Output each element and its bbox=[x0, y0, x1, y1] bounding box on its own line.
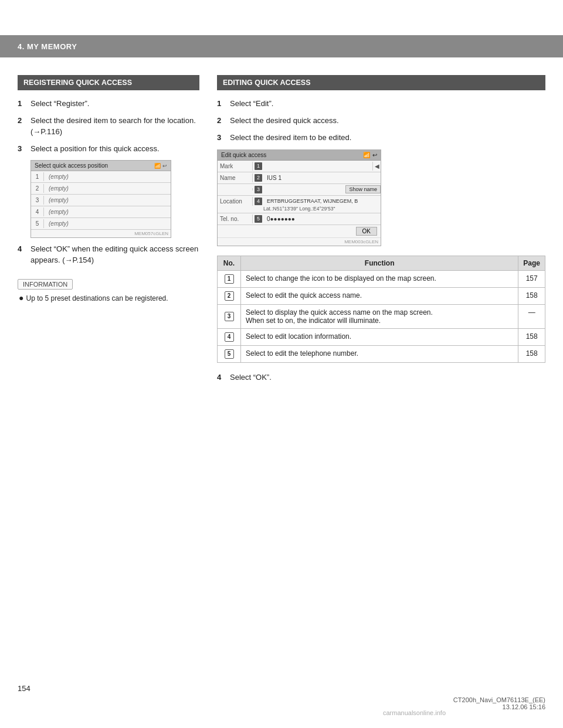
table-function-2: Select to edit the quick access name. bbox=[241, 287, 518, 304]
doc-id: CT200h_Navi_OM76113E_(EE) bbox=[453, 696, 545, 703]
right-step-4: 4 Select “OK”. bbox=[217, 372, 545, 383]
table-function-4: Select to edit location information. bbox=[241, 328, 518, 345]
table-page-4: 158 bbox=[518, 328, 545, 345]
step-text-4: Select “OK” when the editing quick acces… bbox=[30, 244, 199, 266]
watermark: carmanualsonline.info bbox=[383, 709, 446, 716]
table-no-3: 3 bbox=[218, 304, 241, 328]
page-number: 154 bbox=[18, 684, 30, 693]
screenshot-row-2: 2 (empty) bbox=[31, 183, 171, 195]
step-text-2: Select the desired item to search for th… bbox=[30, 115, 199, 138]
information-section: INFORMATION ● Up to 5 preset destination… bbox=[18, 273, 199, 304]
information-text: Up to 5 preset destinations can be regis… bbox=[26, 293, 168, 304]
step-num-2: 2 bbox=[18, 115, 30, 138]
edit-screenshot-header: Edit quick access 📶 ↩ bbox=[218, 150, 381, 161]
table-page-5: 158 bbox=[518, 345, 545, 362]
wifi-icon: 📶 bbox=[154, 163, 161, 169]
table-row-2: 2 Select to edit the quick access name. … bbox=[218, 287, 545, 304]
left-section-header: REGISTERING QUICK ACCESS bbox=[18, 75, 199, 90]
information-content: ● Up to 5 preset destinations can be reg… bbox=[19, 293, 199, 304]
screenshot-footer: MEM057cGLEN bbox=[31, 230, 171, 237]
right-step-text-4: Select “OK”. bbox=[230, 372, 545, 383]
right-step-2: 2 Select the desired quick access. bbox=[217, 115, 545, 127]
screenshot-header: Select quick access position 📶 ↩ bbox=[31, 161, 171, 171]
right-section-title: EDITING QUICK ACCESS bbox=[223, 79, 311, 87]
wifi-icon-2: 📶 bbox=[363, 152, 370, 158]
page-num-text: 154 bbox=[18, 684, 30, 693]
table-row-5: 5 Select to edit the telephone number. 1… bbox=[218, 345, 545, 362]
table-no-5: 5 bbox=[218, 345, 241, 362]
table-header-function: Function bbox=[241, 256, 518, 270]
main-content: REGISTERING QUICK ACCESS 1 Select “Regis… bbox=[0, 57, 563, 406]
quick-access-screenshot: Select quick access position 📶 ↩ 1 (empt… bbox=[30, 160, 171, 238]
edit-quick-access-screenshot: Edit quick access 📶 ↩ Mark 1 ◀ Name 2 IU… bbox=[217, 149, 381, 246]
right-step-num-1: 1 bbox=[217, 98, 230, 110]
left-column: REGISTERING QUICK ACCESS 1 Select “Regis… bbox=[18, 75, 199, 389]
table-function-1: Select to change the icon to be displaye… bbox=[241, 270, 518, 287]
edit-ok-row: OK bbox=[218, 225, 381, 237]
right-step-3: 3 Select the desired item to be edited. bbox=[217, 132, 545, 144]
screenshot-row-4: 4 (empty) bbox=[31, 206, 171, 218]
footer-info: CT200h_Navi_OM76113E_(EE) 13.12.06 15:16 bbox=[453, 696, 545, 710]
left-section-title: REGISTERING QUICK ACCESS bbox=[23, 79, 132, 87]
step-num-4: 4 bbox=[18, 244, 30, 266]
screenshot-row-5: 5 (empty) bbox=[31, 218, 171, 230]
right-step-num-2: 2 bbox=[217, 115, 230, 127]
table-function-5: Select to edit the telephone number. bbox=[241, 345, 518, 362]
screenshot-row-1: 1 (empty) bbox=[31, 171, 171, 183]
edit-row-showname: 3 Show name bbox=[218, 184, 381, 196]
right-column: EDITING QUICK ACCESS 1 Select “Edit”. 2 … bbox=[217, 75, 545, 389]
back-icon: ↩ bbox=[162, 163, 167, 169]
step-num-3: 3 bbox=[18, 144, 30, 155]
right-step-num-3: 3 bbox=[217, 132, 230, 144]
table-header-page: Page bbox=[518, 256, 545, 270]
edit-row-tel: Tel. no. 5 0●●●●●●● bbox=[218, 213, 381, 225]
table-header-no: No. bbox=[218, 256, 241, 270]
step-num-1: 1 bbox=[18, 98, 30, 110]
edit-row-location: Location 4 ERTBRUGGESTRAAT, WIJNEGEM, B … bbox=[218, 196, 381, 213]
edit-row-name: Name 2 IUS 1 bbox=[218, 172, 381, 184]
back-icon-2: ↩ bbox=[372, 152, 377, 158]
edit-row-mark: Mark 1 ◀ bbox=[218, 161, 381, 172]
function-table: No. Function Page 1 Select to change the… bbox=[217, 256, 545, 363]
right-step-text-2: Select the desired quick access. bbox=[230, 115, 545, 127]
right-step-num-4: 4 bbox=[217, 372, 230, 383]
left-step-2: 2 Select the desired item to search for … bbox=[18, 115, 199, 138]
step-text-3: Select a position for this quick access. bbox=[30, 144, 199, 155]
left-step-1: 1 Select “Register”. bbox=[18, 98, 199, 110]
doc-date: 13.12.06 15:16 bbox=[453, 703, 545, 710]
table-row-4: 4 Select to edit location information. 1… bbox=[218, 328, 545, 345]
left-step-3: 3 Select a position for this quick acces… bbox=[18, 144, 199, 155]
table-row-3: 3 Select to display the quick access nam… bbox=[218, 304, 545, 328]
location-coords: Lat.:N51°13'39" Long.:E4°29'53" bbox=[218, 206, 335, 212]
table-no-4: 4 bbox=[218, 328, 241, 345]
screenshot-icons: 📶 ↩ bbox=[154, 163, 167, 169]
header-bar: 4. MY MEMORY bbox=[0, 35, 563, 57]
edit-ok-button[interactable]: OK bbox=[356, 227, 377, 236]
table-row-1: 1 Select to change the icon to be displa… bbox=[218, 270, 545, 287]
right-step-text-3: Select the desired item to be edited. bbox=[230, 132, 545, 144]
table-page-1: 157 bbox=[518, 270, 545, 287]
left-step-4: 4 Select “OK” when the editing quick acc… bbox=[18, 244, 199, 266]
table-no-2: 2 bbox=[218, 287, 241, 304]
table-no-1: 1 bbox=[218, 270, 241, 287]
right-step-text-1: Select “Edit”. bbox=[230, 98, 545, 110]
right-section-header: EDITING QUICK ACCESS bbox=[217, 75, 545, 90]
table-function-3: Select to display the quick access name … bbox=[241, 304, 518, 328]
edit-screenshot-title: Edit quick access bbox=[221, 152, 266, 158]
table-page-3: — bbox=[518, 304, 545, 328]
step-text-1: Select “Register”. bbox=[30, 98, 199, 110]
table-page-2: 158 bbox=[518, 287, 545, 304]
edit-header-icons: 📶 ↩ bbox=[363, 152, 377, 158]
information-label: INFORMATION bbox=[18, 279, 73, 290]
show-name-button[interactable]: Show name bbox=[345, 185, 381, 193]
right-step-1: 1 Select “Edit”. bbox=[217, 98, 545, 110]
edit-screenshot-footer: MEM003cGLEN bbox=[218, 237, 381, 246]
header-title: 4. MY MEMORY bbox=[18, 42, 77, 51]
bullet-icon: ● bbox=[19, 293, 23, 304]
screenshot-title: Select quick access position bbox=[35, 162, 108, 169]
screenshot-row-3: 3 (empty) bbox=[31, 195, 171, 206]
